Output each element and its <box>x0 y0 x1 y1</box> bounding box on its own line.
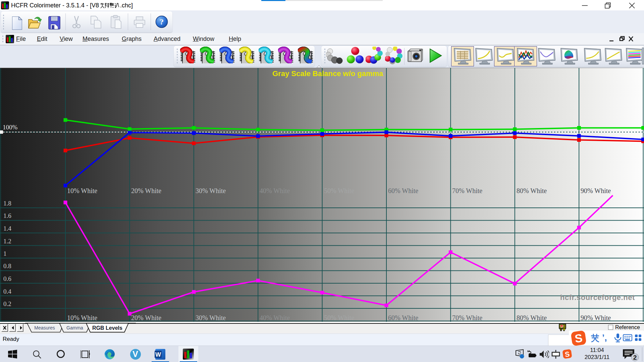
svg-text:2: 2 <box>633 354 637 361</box>
svg-text:Measures: Measures <box>34 325 55 330</box>
svg-text:Gamma: Gamma <box>66 325 83 330</box>
svg-text:?: ? <box>160 17 164 26</box>
svg-text:RGB Levels: RGB Levels <box>92 325 122 331</box>
svg-text:W: W <box>155 351 161 358</box>
